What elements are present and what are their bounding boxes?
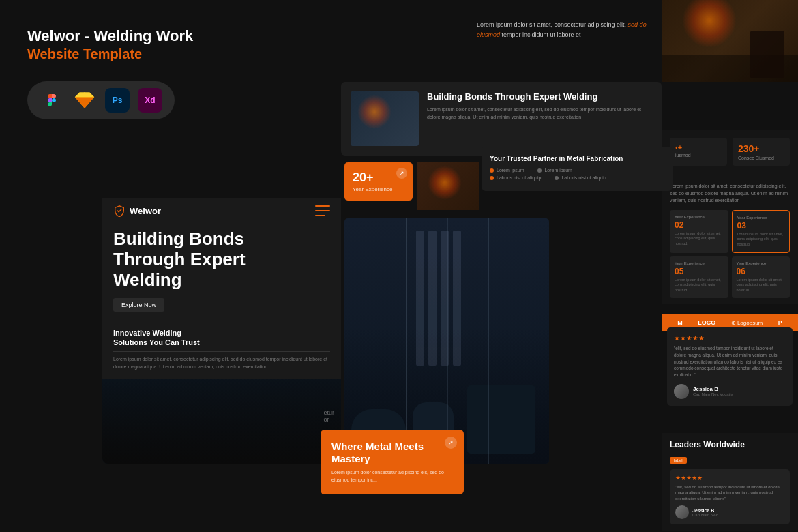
top-card-lorem: Lorem ipsum dolor sit amet, consectetur … bbox=[427, 106, 652, 121]
left-panel: Welwor - Welding Work Website Template bbox=[27, 27, 232, 119]
top-card-heading: Building Bonds Through Expert Welding bbox=[427, 91, 652, 102]
innovative-lorem: Lorem ipsum dolor sit amet, consectetur … bbox=[113, 356, 330, 370]
right-exp-grid: Year Experience 02 Lorem ipsum dolor sit… bbox=[670, 210, 790, 298]
stat-dot-gray-1 bbox=[537, 168, 542, 173]
brand-subtitle: Website Template bbox=[27, 46, 232, 62]
exp-item-3: Year Experience 05 Lorem ipsum dolor sit… bbox=[670, 256, 728, 298]
explore-now-button[interactable]: Explore Now bbox=[113, 298, 164, 312]
cable-1 bbox=[406, 218, 407, 464]
testimonial-author-row: Jessica B Cap Nam Nec Vocatis bbox=[674, 384, 786, 399]
top-building-bonds-card: Building Bonds Through Expert Welding Lo… bbox=[341, 82, 662, 156]
hamburger-menu-icon[interactable] bbox=[315, 205, 330, 216]
exp-item-3-label: Year Experience bbox=[675, 261, 724, 265]
welder-small-image bbox=[417, 162, 479, 210]
leaders-testimonial-card: ★★★★★ "elit, sed do eiusmod tempor incid… bbox=[670, 469, 790, 524]
top-lorem-after: tempor incididunt ut labore et bbox=[500, 31, 581, 38]
flame-glow-1 bbox=[682, 0, 737, 48]
exp-arrow-icon: ↗ bbox=[396, 168, 407, 179]
testimonial-stars: ★★★★★ bbox=[674, 334, 786, 342]
stats-card: Your Trusted Partner in Metal Fabricatio… bbox=[482, 147, 673, 191]
brand-logo-4: P bbox=[778, 319, 782, 326]
leaders-testimonial-text: "elit, sed do eiusmod tempor incididunt … bbox=[675, 484, 784, 501]
exp-item-1-label: Year Experience bbox=[675, 215, 724, 219]
stat-item-3: Laboris nisi ut aliquip bbox=[490, 175, 541, 180]
exp-item-2-num: 03 bbox=[737, 221, 785, 231]
top-right-welding-image bbox=[662, 0, 798, 82]
page-container: Welwor - Welding Work Website Template bbox=[0, 0, 798, 532]
exp-item-4-label: Year Experience bbox=[737, 261, 786, 265]
mockup-nav: Welwor bbox=[102, 198, 341, 224]
exp-item-4-num: 06 bbox=[737, 267, 786, 276]
stat-dot-orange-2 bbox=[490, 176, 494, 180]
author-role: Cap Nam Nec Vocatis bbox=[693, 392, 733, 396]
welder-silhouette bbox=[750, 31, 784, 78]
author-avatar bbox=[674, 384, 689, 399]
stat-item-4: Laboris nisi ut aliquip bbox=[555, 175, 606, 180]
sketch-icon bbox=[72, 88, 97, 113]
exp-item-3-lorem: Lorem ipsum dolor sit amet, cons adipisc… bbox=[675, 278, 724, 293]
stat-number-1: ‹+ bbox=[675, 143, 722, 151]
exp-label: Year Experience bbox=[353, 186, 404, 192]
exp-item-2: Year Experience 03 Lorem ipsum dolor sit… bbox=[732, 210, 790, 253]
leaders-author-role: Cap Nam Nec bbox=[692, 513, 718, 517]
exp-item-3-num: 05 bbox=[675, 267, 724, 276]
avatar-img bbox=[674, 384, 689, 399]
leaders-author-name: Jessica B bbox=[692, 508, 718, 513]
right-stat-iusmod: ‹+ iusmod bbox=[670, 138, 727, 166]
hero-content-overlay: Welwor Building Bonds Through Expert Wel… bbox=[102, 198, 341, 379]
orange-card-title: Where Metal Meets Mastery bbox=[331, 441, 453, 465]
stat-item-1: Lorem ipsum bbox=[490, 168, 524, 173]
innovative-title: Innovative WeldingSolutions You Can Trus… bbox=[113, 328, 330, 348]
leaders-title: Leaders Worldwide bbox=[670, 440, 790, 449]
brand-logo-1: M bbox=[677, 319, 683, 326]
right-exp-lorem: Lorem ipsum dolor sit amet, consectetur … bbox=[670, 183, 790, 205]
brand-title: Welwor - Welding Work bbox=[27, 27, 232, 45]
exp-item-4: Year Experience 06 Lorem ipsum dolor sit… bbox=[732, 256, 790, 298]
top-card-content: Building Bonds Through Expert Welding Lo… bbox=[427, 91, 652, 146]
stat-dot-gray-2 bbox=[555, 176, 559, 180]
stats-row-1: Lorem ipsum Lorem ipsum bbox=[490, 168, 664, 173]
exp-item-1-lorem: Lorem ipsum dolor sit amet, cons adipisc… bbox=[675, 231, 724, 247]
testimonial-text: "elit, sed do eiusmod tempor incididunt … bbox=[674, 345, 786, 379]
exp-item-4-lorem: Lorem ipsum dolor sit amet, cons adipisc… bbox=[737, 278, 786, 293]
brand-logo-3: ⊕ Logopsum bbox=[731, 320, 763, 326]
hero-overlay-text: etur or bbox=[323, 409, 334, 423]
top-lorem-text: Lorem ipsum dolor sit amet, consectetur … bbox=[477, 20, 649, 41]
leaders-avatar bbox=[675, 505, 689, 519]
testimonial-card: ★★★★★ "elit, sed do eiusmod tempor incid… bbox=[667, 327, 793, 406]
exp-item-2-label: Year Experience bbox=[737, 216, 785, 220]
top-card-image bbox=[351, 91, 419, 146]
stats-row-2: Laboris nisi ut aliquip Laboris nisi ut … bbox=[490, 175, 664, 180]
logo-shield-icon bbox=[113, 205, 125, 217]
stat-label-4: Laboris nisi ut aliquip bbox=[561, 175, 606, 180]
innovative-section: Innovative WeldingSolutions You Can Trus… bbox=[113, 328, 330, 371]
tool-icons-row: Ps Xd bbox=[27, 81, 175, 119]
exp-item-1: Year Experience 02 Lorem ipsum dolor sit… bbox=[670, 210, 728, 253]
experience-box: ↗ 20+ Year Experience bbox=[344, 162, 413, 201]
mockup-hero-text: Building Bonds Through Expert Welding Ex… bbox=[102, 224, 341, 379]
right-stats-panel: ‹+ iusmod 230+ Consec Eiusmod bbox=[662, 130, 798, 178]
right-stat-consec: 230+ Consec Eiusmod bbox=[733, 138, 790, 166]
right-stats-row: ‹+ iusmod 230+ Consec Eiusmod bbox=[670, 138, 790, 166]
stat-label-consec: Consec Eiusmod bbox=[738, 156, 784, 160]
leaders-author-info: Jessica B Cap Nam Nec bbox=[692, 508, 718, 517]
mockup-hero-heading: Building Bonds Through Expert Welding bbox=[113, 229, 330, 291]
orange-card-lorem: Lorem ipsum dolor consectetur adipiscing… bbox=[331, 469, 453, 484]
stat-number-2: 230+ bbox=[738, 143, 784, 154]
section-divider bbox=[113, 351, 330, 352]
photoshop-icon: Ps bbox=[105, 88, 130, 113]
mockup-logo-text: Welwor bbox=[130, 206, 161, 216]
top-lorem-section: Lorem ipsum dolor sit amet, consectetur … bbox=[467, 10, 658, 50]
top-lorem-before: Lorem ipsum dolor sit amet, consectetur … bbox=[477, 21, 628, 28]
stat-label-iusmod: iusmod bbox=[675, 153, 722, 158]
welder-flame bbox=[428, 166, 462, 200]
xd-icon: Xd bbox=[138, 88, 162, 113]
leaders-section: Leaders Worldwide label ★★★★★ "elit, sed… bbox=[662, 433, 798, 531]
mockup-logo: Welwor bbox=[113, 205, 161, 217]
author-info: Jessica B Cap Nam Nec Vocatis bbox=[693, 386, 733, 396]
exp-item-1-num: 02 bbox=[675, 220, 724, 230]
author-name: Jessica B bbox=[693, 386, 733, 392]
stat-label-3: Laboris nisi ut aliquip bbox=[497, 175, 541, 180]
heading-line1: Building Bonds bbox=[113, 228, 244, 249]
stats-card-title: Your Trusted Partner in Metal Fabricatio… bbox=[490, 155, 664, 162]
